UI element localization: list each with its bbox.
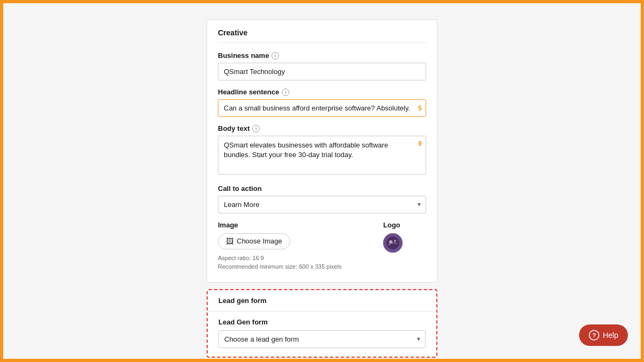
- cta-label: Call to action: [218, 184, 426, 193]
- image-aspect-ratio: Aspect ratio: 16:9 Recommended minimum s…: [218, 254, 362, 271]
- lead-gen-select[interactable]: Choose a lead gen form: [218, 330, 426, 348]
- headline-group: Headline sentence i 5: [218, 88, 426, 117]
- help-circle-icon: ?: [589, 330, 599, 341]
- image-file-icon: 🖼: [226, 237, 233, 246]
- lead-gen-header: Lead gen form: [208, 290, 436, 312]
- lead-gen-select-wrapper: Choose a lead gen form ▾: [218, 330, 426, 348]
- cta-select[interactable]: Learn More Sign Up Download Get Quote Co…: [218, 196, 426, 213]
- cta-select-wrapper: Learn More Sign Up Download Get Quote Co…: [218, 196, 426, 213]
- body-text-input[interactable]: [218, 136, 426, 175]
- lead-gen-section-title: Lead gen form: [218, 297, 426, 305]
- logo-section: Logo: [383, 221, 426, 253]
- body-text-group: Body text i 9: [218, 124, 426, 177]
- logo-avatar: [383, 233, 402, 253]
- headline-char-count: 5: [418, 105, 422, 112]
- headline-wrapper: 5: [218, 99, 426, 117]
- headline-label: Headline sentence i: [218, 88, 426, 96]
- cta-group: Call to action Learn More Sign Up Downlo…: [218, 184, 426, 213]
- image-label: Image: [218, 221, 362, 229]
- body-text-label: Body text i: [218, 124, 426, 132]
- main-content: Creative Business name i Headline senten…: [207, 19, 437, 358]
- headline-info-icon[interactable]: i: [282, 88, 289, 96]
- creative-card: Creative Business name i Headline senten…: [207, 19, 437, 283]
- business-name-info-icon[interactable]: i: [272, 52, 279, 60]
- logo-label: Logo: [383, 221, 426, 229]
- body-char-count: 9: [418, 140, 422, 147]
- business-name-label: Business name i: [218, 51, 426, 60]
- image-logo-row: Image 🖼 Choose Image Aspect ratio: 16:9 …: [218, 221, 426, 271]
- page-wrapper: Creative Business name i Headline senten…: [14, 14, 630, 348]
- logo-svg: [383, 233, 402, 253]
- lead-gen-body: Lead Gen form Choose a lead gen form ▾: [208, 312, 436, 357]
- image-section: Image 🖼 Choose Image Aspect ratio: 16:9 …: [218, 221, 362, 271]
- headline-input[interactable]: [218, 99, 426, 117]
- svg-point-3: [394, 240, 396, 242]
- lead-gen-form-label: Lead Gen form: [218, 318, 426, 326]
- lead-gen-section: Lead gen form Lead Gen form Choose a lea…: [207, 289, 437, 358]
- creative-card-title: Creative: [218, 28, 426, 43]
- body-text-info-icon[interactable]: i: [252, 125, 260, 132]
- business-name-input[interactable]: [218, 63, 426, 80]
- business-name-group: Business name i: [218, 51, 426, 80]
- help-button[interactable]: ? Help: [579, 324, 628, 346]
- choose-image-button[interactable]: 🖼 Choose Image: [218, 233, 290, 249]
- body-text-wrapper: 9: [218, 136, 426, 177]
